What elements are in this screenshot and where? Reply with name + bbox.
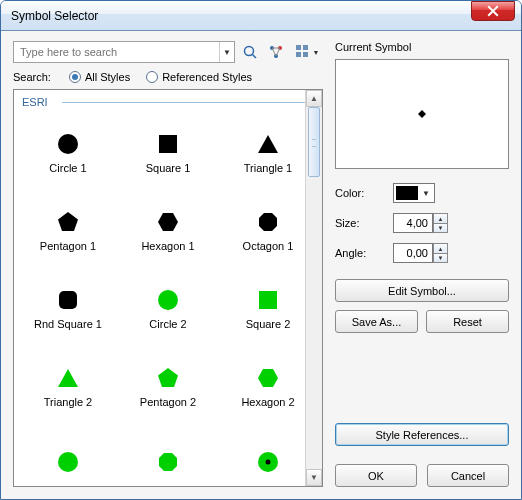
symbol-item[interactable]: Circle 2 — [118, 270, 218, 348]
symbol-shape-icon — [156, 132, 180, 156]
symbol-shape-icon — [256, 210, 280, 234]
symbol-item[interactable]: Square 1 — [118, 114, 218, 192]
grid-view-icon — [295, 44, 311, 60]
svg-point-0 — [245, 47, 254, 56]
symbol-shape-icon — [256, 288, 280, 312]
symbol-item[interactable]: Rnd Square 1 — [18, 270, 118, 348]
symbol-shape-icon — [256, 450, 280, 474]
search-button[interactable] — [239, 41, 261, 63]
radio-referenced-styles-label: Referenced Styles — [162, 71, 252, 83]
cancel-button[interactable]: Cancel — [427, 464, 509, 487]
search-icon — [242, 44, 258, 60]
color-picker[interactable]: ▼ — [393, 183, 435, 203]
symbol-label: Hexagon 1 — [141, 240, 194, 252]
symbol-label: Circle 1 — [49, 162, 86, 174]
svg-rect-11 — [59, 291, 77, 309]
preview-diamond-icon — [418, 110, 426, 118]
symbol-label: Square 2 — [246, 318, 291, 330]
symbol-label: Pentagon 1 — [40, 240, 96, 252]
symbol-item[interactable]: Hexagon 2 — [218, 348, 318, 426]
scroll-thumb[interactable] — [308, 107, 320, 177]
size-label: Size: — [335, 217, 387, 229]
save-as-button[interactable]: Save As... — [335, 310, 418, 333]
category-label: ESRI — [14, 90, 322, 110]
size-input[interactable] — [393, 213, 433, 233]
symbol-label: Pentagon 2 — [140, 396, 196, 408]
view-mode-button[interactable]: ▼ — [291, 41, 323, 63]
symbol-item[interactable] — [218, 426, 318, 487]
search-dropdown-icon[interactable]: ▼ — [219, 42, 234, 62]
symbol-item[interactable]: Circle 1 — [18, 114, 118, 192]
symbol-shape-icon — [56, 132, 80, 156]
edit-symbol-button[interactable]: Edit Symbol... — [335, 279, 509, 302]
symbol-shape-icon — [156, 366, 180, 390]
symbol-item[interactable]: Hexagon 1 — [118, 192, 218, 270]
symbol-shape-icon — [156, 210, 180, 234]
symbol-item[interactable]: Octagon 1 — [218, 192, 318, 270]
symbol-item[interactable] — [118, 426, 218, 487]
symbol-item[interactable]: Square 2 — [218, 270, 318, 348]
symbol-label: Hexagon 2 — [241, 396, 294, 408]
symbol-label: Triangle 2 — [44, 396, 93, 408]
chevron-down-icon: ▼ — [313, 49, 320, 56]
symbol-shape-icon — [156, 288, 180, 312]
symbol-shape-icon — [56, 450, 80, 474]
size-spinner[interactable]: ▲▼ — [433, 213, 448, 233]
relations-icon — [268, 44, 284, 60]
symbol-label: Square 1 — [146, 162, 191, 174]
symbol-item[interactable] — [18, 426, 118, 487]
chevron-down-icon: ▼ — [418, 189, 434, 198]
svg-rect-5 — [296, 45, 301, 50]
svg-point-12 — [158, 290, 178, 310]
close-button[interactable] — [471, 1, 515, 21]
current-symbol-label: Current Symbol — [335, 41, 509, 53]
angle-spinner[interactable]: ▲▼ — [433, 243, 448, 263]
symbol-selector-window: Symbol Selector ▼ ▼ — [0, 0, 522, 500]
symbol-item[interactable]: Triangle 2 — [18, 348, 118, 426]
radio-all-styles[interactable]: All Styles — [69, 71, 130, 83]
titlebar: Symbol Selector — [1, 1, 521, 31]
symbol-label: Circle 2 — [149, 318, 186, 330]
close-icon — [487, 5, 499, 17]
angle-input[interactable] — [393, 243, 433, 263]
symbol-shape-icon — [56, 210, 80, 234]
relations-button[interactable] — [265, 41, 287, 63]
symbol-shape-icon — [256, 132, 280, 156]
svg-point-9 — [58, 134, 78, 154]
svg-rect-10 — [159, 135, 177, 153]
symbol-label: Rnd Square 1 — [34, 318, 102, 330]
reset-button[interactable]: Reset — [426, 310, 509, 333]
symbol-item[interactable]: Triangle 1 — [218, 114, 318, 192]
angle-label: Angle: — [335, 247, 387, 259]
scrollbar[interactable]: ▲ ▼ — [305, 90, 322, 486]
symbol-shape-icon — [156, 450, 180, 474]
symbol-list: ESRI Circle 1Square 1Triangle 1Pentagon … — [13, 89, 323, 487]
scroll-up-icon[interactable]: ▲ — [306, 90, 322, 107]
search-input-wrap[interactable]: ▼ — [13, 41, 235, 63]
svg-rect-13 — [259, 291, 277, 309]
radio-referenced-styles[interactable]: Referenced Styles — [146, 71, 252, 83]
svg-rect-8 — [303, 52, 308, 57]
svg-rect-7 — [296, 52, 301, 57]
symbol-label: Octagon 1 — [243, 240, 294, 252]
scroll-down-icon[interactable]: ▼ — [306, 469, 322, 486]
current-symbol-preview — [335, 59, 509, 169]
search-input[interactable] — [14, 46, 219, 58]
symbol-shape-icon — [256, 366, 280, 390]
symbol-shape-icon — [56, 366, 80, 390]
window-title: Symbol Selector — [11, 9, 98, 23]
symbol-label: Triangle 1 — [244, 162, 293, 174]
svg-point-16 — [266, 460, 271, 465]
symbol-item[interactable]: Pentagon 2 — [118, 348, 218, 426]
ok-button[interactable]: OK — [335, 464, 417, 487]
radio-all-styles-label: All Styles — [85, 71, 130, 83]
color-swatch — [396, 186, 418, 200]
symbol-shape-icon — [56, 288, 80, 312]
svg-point-14 — [58, 452, 78, 472]
color-label: Color: — [335, 187, 387, 199]
search-scope-label: Search: — [13, 71, 51, 83]
svg-rect-6 — [303, 45, 308, 50]
symbol-item[interactable]: Pentagon 1 — [18, 192, 118, 270]
svg-line-1 — [253, 55, 257, 59]
style-references-button[interactable]: Style References... — [335, 423, 509, 446]
